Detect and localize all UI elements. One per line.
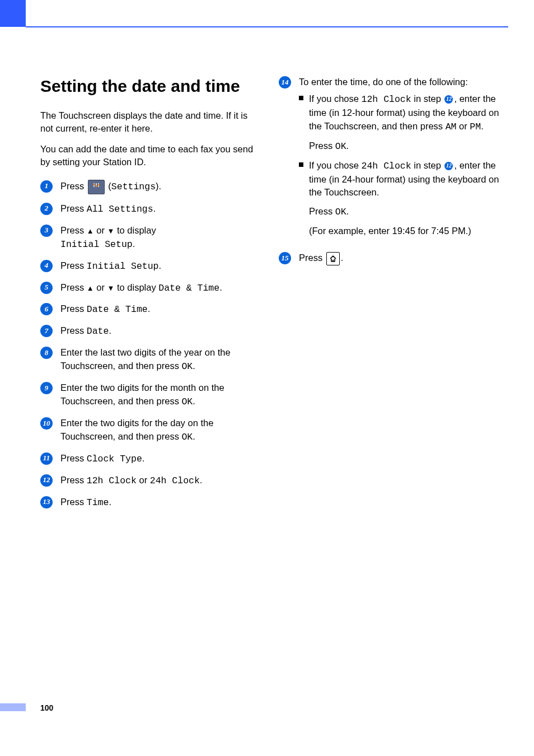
page-number: 100: [40, 703, 53, 712]
mono-text: PM: [470, 122, 481, 132]
text: .: [133, 239, 135, 249]
step-3: 3 Press ▲ or ▼ to display Initial Setup.: [40, 224, 262, 251]
mono-text: 24h Clock: [362, 161, 411, 171]
sub-item-b: If you chose 24h Clock in step 12, enter…: [299, 159, 500, 239]
step-9: 9 Enter the two digits for the month on …: [40, 381, 262, 409]
mono-text: OK: [181, 432, 193, 442]
step-bullet: 15: [279, 252, 291, 264]
step-body: Enter the two digits for the day on the …: [60, 417, 262, 444]
step-body: Press Date.: [60, 324, 262, 338]
text: Press: [309, 141, 335, 151]
text: Press: [60, 282, 87, 292]
mono-text: Settings: [111, 181, 156, 192]
svg-rect-0: [93, 184, 95, 185]
text: .: [346, 206, 349, 216]
step-body: Enter the last two digits of the year on…: [60, 346, 262, 374]
up-arrow-icon: ▲: [87, 284, 94, 292]
text: .: [148, 304, 151, 314]
step-body: Press Clock Type.: [60, 452, 262, 466]
text: Press: [299, 253, 325, 263]
text: If you chose: [309, 160, 362, 170]
paragraph: (For example, enter 19:45 for 7:45 PM.): [309, 225, 500, 238]
right-column: 14 To enter the time, do one of the foll…: [279, 76, 500, 517]
step-bullet: 12: [40, 474, 53, 487]
step-bullet: 10: [40, 417, 53, 430]
square-bullet-icon: [299, 162, 303, 167]
sidebar-pagenum-marker: [0, 703, 26, 711]
down-arrow-icon: ▼: [107, 284, 114, 292]
text: .: [219, 282, 222, 292]
mono-text: OK: [181, 396, 193, 407]
text: (: [106, 181, 111, 191]
text: .: [193, 361, 195, 371]
step-body: Press Time.: [60, 496, 262, 510]
step-bullet: 8: [40, 347, 53, 359]
step-2: 2 Press All Settings.: [40, 202, 262, 216]
mono-text: 12h Clock: [362, 94, 411, 105]
text: .: [193, 431, 195, 441]
settings-icon: [88, 180, 105, 194]
step-11: 11 Press Clock Type.: [40, 452, 262, 466]
mono-text: Date: [87, 326, 109, 337]
text: To enter the time, do one of the followi…: [299, 77, 468, 87]
intro-paragraph-1: The Touchscreen displays the date and ti…: [40, 109, 262, 135]
text: If you chose: [309, 94, 362, 104]
step-bullet: 5: [40, 282, 53, 294]
step-body: Press Date & Time.: [60, 302, 262, 316]
text: .: [193, 396, 195, 406]
mono-text: OK: [181, 361, 193, 372]
text: Press: [60, 260, 87, 270]
text: Enter the last two digits of the year on…: [60, 347, 231, 371]
mono-text: All Settings: [87, 204, 153, 214]
mono-text: Date & Time: [87, 304, 148, 315]
intro-paragraph-2: You can add the date and time to each fa…: [40, 143, 262, 169]
step-7: 7 Press Date.: [40, 324, 262, 338]
step-body: Press All Settings.: [60, 202, 262, 216]
svg-rect-1: [96, 185, 97, 186]
text: Press: [60, 225, 87, 235]
text: to display: [114, 282, 158, 292]
text: .: [142, 453, 145, 463]
mono-text: 12h Clock: [87, 475, 137, 486]
step-body: Press ▲ or ▼ to display Date & Time.: [60, 281, 262, 295]
text: or: [94, 225, 107, 235]
step-bullet: 3: [40, 225, 53, 237]
square-bullet-icon: [299, 96, 303, 100]
text: .: [159, 260, 162, 270]
header-rule: [26, 26, 508, 27]
left-column: Setting the date and time The Touchscree…: [40, 76, 262, 517]
step-body: Enter the two digits for the month on th…: [60, 381, 262, 409]
step-8: 8 Enter the last two digits of the year …: [40, 346, 262, 374]
text: ).: [156, 181, 161, 191]
text: or: [457, 121, 470, 131]
sub-list: If you chose 12h Clock in step 12, enter…: [299, 92, 500, 238]
step-list: 1 Press (Settings). 2 Press All Settings…: [40, 180, 262, 510]
mono-text: AM: [446, 122, 457, 132]
step-bullet: 9: [40, 382, 53, 394]
step-bullet: 4: [40, 260, 53, 272]
mono-text: Initial Setup: [87, 261, 159, 272]
text: .: [109, 325, 111, 335]
step-10: 10 Enter the two digits for the day on t…: [40, 417, 262, 444]
step-15: 15 Press .: [279, 251, 500, 265]
text: Press: [60, 475, 87, 485]
step-bullet: 6: [40, 303, 53, 315]
text: Press: [60, 181, 87, 191]
home-icon: [326, 252, 340, 265]
step-5: 5 Press ▲ or ▼ to display Date & Time.: [40, 281, 262, 295]
text: .: [346, 141, 349, 151]
sub-body: If you chose 24h Clock in step 12, enter…: [309, 159, 500, 239]
mono-text: OK: [335, 207, 346, 217]
text: Enter the two digits for the month on th…: [60, 382, 224, 406]
sub-item-a: If you chose 12h Clock in step 12, enter…: [299, 92, 500, 153]
text: Press: [60, 304, 87, 314]
step-bullet: 1: [40, 180, 53, 193]
mono-text: Initial Setup: [60, 239, 133, 250]
step-list-right: 14 To enter the time, do one of the foll…: [279, 76, 500, 265]
text: .: [153, 203, 156, 213]
step-14: 14 To enter the time, do one of the foll…: [279, 76, 500, 244]
sidebar-tab: [0, 0, 26, 27]
page-title: Setting the date and time: [40, 76, 262, 97]
text: .: [481, 121, 484, 131]
up-arrow-icon: ▲: [87, 227, 94, 235]
